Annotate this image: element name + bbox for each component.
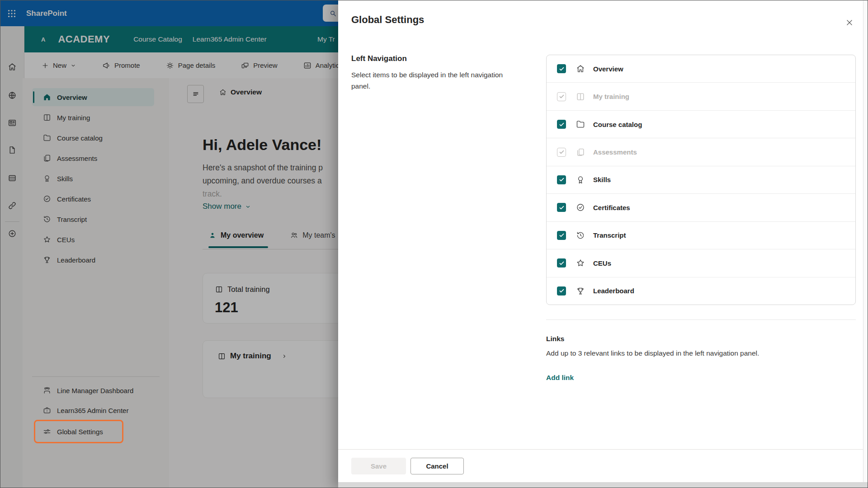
links-section-divider	[546, 319, 856, 320]
checklist-row-leaderboard: Leaderboard	[547, 277, 855, 305]
checkbox-course-catalog[interactable]	[557, 120, 566, 129]
global-settings-highlight-annotation	[34, 420, 123, 443]
checklist-label: Certificates	[593, 204, 630, 211]
screen: SharePoint A ACADEMY Course Catalog Lear…	[0, 0, 868, 488]
checklist-row-course-catalog: Course catalog	[547, 111, 855, 138]
nav-items-checklist: Overview My training Course catalog	[546, 55, 856, 305]
checklist-row-assessments: Assessments	[547, 138, 855, 166]
checklist-label: Assessments	[593, 148, 637, 156]
checkbox-transcript[interactable]	[557, 231, 566, 240]
checklist-label: My training	[593, 93, 629, 100]
global-settings-panel: Global Settings Left Navigation Select i…	[338, 0, 868, 488]
footer-divider	[338, 449, 868, 450]
left-navigation-description: Select items to be displayed in the left…	[351, 69, 507, 92]
checklist-row-certificates: Certificates	[547, 194, 855, 221]
links-description: Add up to 3 relevant links to be display…	[546, 349, 835, 357]
checklist-row-skills: Skills	[547, 166, 855, 194]
checklist-row-my-training: My training	[547, 83, 855, 110]
star-icon	[576, 258, 585, 268]
home-icon	[576, 64, 585, 74]
checkbox-skills[interactable]	[557, 175, 566, 184]
checklist-label: Leaderboard	[593, 287, 634, 295]
left-navigation-heading: Left Navigation	[351, 54, 407, 63]
checkbox-overview[interactable]	[557, 64, 566, 73]
add-link-button[interactable]: Add link	[546, 374, 574, 382]
folder-icon	[576, 119, 585, 129]
checklist-label: Skills	[593, 176, 611, 183]
checkbox-certificates[interactable]	[557, 203, 566, 212]
links-heading: Links	[546, 335, 564, 343]
checklist-label: Overview	[593, 65, 623, 73]
cancel-button[interactable]: Cancel	[410, 458, 464, 474]
checkbox-my-training	[557, 92, 566, 101]
history-icon	[576, 230, 585, 240]
checkbox-ceus[interactable]	[557, 258, 566, 267]
close-icon	[844, 18, 854, 28]
close-button[interactable]	[844, 17, 855, 28]
checklist-label: Transcript	[593, 231, 626, 239]
trophy-icon	[576, 286, 585, 296]
ribbon-icon	[576, 175, 585, 185]
book-icon	[576, 92, 585, 102]
checklist-row-overview: Overview	[547, 55, 855, 83]
checklist-row-ceus: CEUs	[547, 249, 855, 277]
checkbox-leaderboard[interactable]	[557, 286, 566, 296]
certificate-icon	[576, 202, 585, 212]
checklist-label: Course catalog	[593, 121, 642, 128]
panel-title: Global Settings	[351, 14, 424, 26]
copy-icon	[576, 147, 585, 157]
panel-vertical-scrollbar[interactable]	[863, 0, 868, 482]
checkbox-assessments	[557, 148, 566, 157]
panel-horizontal-scrollbar[interactable]	[338, 482, 868, 488]
checklist-row-transcript: Transcript	[547, 222, 855, 249]
save-button[interactable]: Save	[351, 458, 406, 474]
checklist-label: CEUs	[593, 259, 611, 267]
